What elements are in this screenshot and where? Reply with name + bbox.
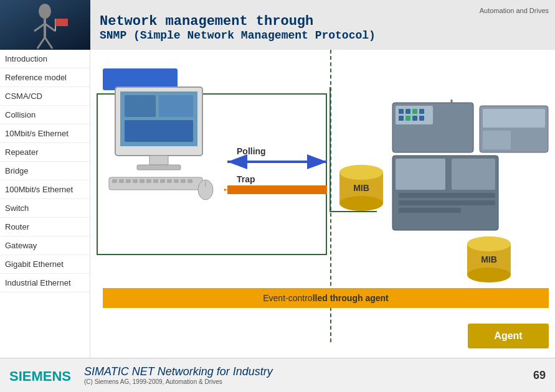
svg-rect-12 <box>149 156 168 165</box>
event-banner: Event-controlled through agent <box>103 288 549 308</box>
sidebar: IntroductionReference modelCSMA/CDCollis… <box>0 50 90 358</box>
svg-text:MIB: MIB <box>481 254 497 264</box>
svg-rect-16 <box>119 179 124 183</box>
svg-rect-63 <box>399 200 495 205</box>
slide-title-main: Network management through <box>100 14 546 29</box>
computer-illustration <box>103 84 215 227</box>
footer-subtitle: (C) Siemens AG, 1999-2009, Automation & … <box>84 378 533 385</box>
svg-rect-25 <box>181 179 186 183</box>
svg-rect-26 <box>187 179 192 183</box>
sidebar-item-collision[interactable]: Collision <box>0 106 90 124</box>
top-logo <box>0 0 90 50</box>
siemens-logo: SIEMENS <box>9 366 72 385</box>
svg-rect-52 <box>419 109 424 114</box>
svg-rect-61 <box>452 159 495 190</box>
footer-page-number: 69 <box>533 369 546 382</box>
svg-rect-13 <box>137 165 181 170</box>
svg-rect-20 <box>146 179 151 183</box>
footer-title-static: SIMATIC NET <box>84 365 158 378</box>
svg-rect-62 <box>399 193 495 198</box>
svg-point-2 <box>39 4 51 19</box>
svg-rect-67 <box>483 131 511 149</box>
svg-rect-17 <box>126 179 131 183</box>
svg-rect-55 <box>412 116 417 121</box>
svg-rect-60 <box>396 159 445 190</box>
svg-rect-56 <box>419 116 424 121</box>
sidebar-item-repeater[interactable]: Repeater <box>0 143 90 162</box>
svg-rect-31 <box>125 120 193 142</box>
footer-text: SIMATIC NET Networking for Industry (C) … <box>84 365 533 385</box>
sidebar-item-industrial-ethernet[interactable]: Industrial Ethernet <box>0 274 90 292</box>
top-header: Automation and Drives Network management… <box>0 0 555 50</box>
footer: SIEMENS SIMATIC NET Networking for Indus… <box>0 358 555 392</box>
svg-rect-68 <box>514 131 542 149</box>
sidebar-item-10mbit/s-ethernet[interactable]: 10Mbit/s Ethernet <box>0 124 90 143</box>
svg-rect-49 <box>399 109 404 114</box>
sidebar-item-gigabit-ethernet[interactable]: Gigabit Ethernet <box>0 255 90 274</box>
footer-title-italic: Networking for Industry <box>158 365 273 378</box>
sidebar-item-100mbit/s-ethernet[interactable]: 100Mbit/s Ethernet <box>0 180 90 199</box>
svg-text:SIEMENS: SIEMENS <box>9 368 71 384</box>
svg-rect-54 <box>406 116 410 121</box>
svg-rect-21 <box>153 179 158 183</box>
sidebar-item-bridge[interactable]: Bridge <box>0 162 90 180</box>
sidebar-item-reference-model[interactable]: Reference model <box>0 68 90 87</box>
diagram: Polling Trap <box>90 50 555 358</box>
svg-rect-24 <box>174 179 179 183</box>
polling-arrow <box>224 152 333 171</box>
svg-rect-64 <box>399 208 461 213</box>
footer-title: SIMATIC NET Networking for Industry <box>84 365 533 378</box>
svg-point-45 <box>467 236 511 251</box>
header-content: Automation and Drives Network management… <box>90 4 555 47</box>
svg-rect-53 <box>399 116 404 121</box>
svg-rect-48 <box>396 106 433 124</box>
svg-rect-29 <box>125 95 156 117</box>
svg-rect-19 <box>140 179 145 183</box>
svg-point-44 <box>467 268 511 282</box>
mib-cylinder-2: MIB <box>464 236 514 288</box>
svg-rect-18 <box>133 179 138 183</box>
main-content: Polling Trap <box>90 50 555 358</box>
sidebar-item-router[interactable]: Router <box>0 218 90 236</box>
sidebar-item-csma/cd[interactable]: CSMA/CD <box>0 87 90 106</box>
sidebar-item-introduction[interactable]: Introduction <box>0 50 90 68</box>
svg-rect-30 <box>159 95 193 117</box>
sidebar-item-gateway[interactable]: Gateway <box>0 236 90 255</box>
svg-rect-66 <box>483 109 545 128</box>
svg-rect-22 <box>160 179 165 183</box>
hardware-devices <box>389 100 551 236</box>
trap-arrow <box>224 177 333 202</box>
svg-rect-51 <box>412 109 417 114</box>
svg-rect-15 <box>112 179 117 183</box>
slide-title-sub: SNMP (Simple Network Management Protocol… <box>100 29 546 42</box>
svg-rect-23 <box>167 179 172 183</box>
event-banner-text: Event-controlled through agent <box>263 293 388 303</box>
automation-drives-label: Automation and Drives <box>480 7 549 14</box>
agent-button[interactable]: Agent <box>468 324 549 348</box>
svg-rect-50 <box>406 109 410 114</box>
green-connector <box>327 87 389 230</box>
svg-rect-9 <box>55 19 68 26</box>
sidebar-item-switch[interactable]: Switch <box>0 199 90 218</box>
